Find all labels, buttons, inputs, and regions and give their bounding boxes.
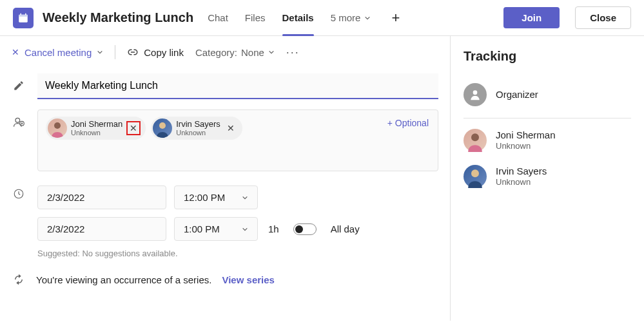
svg-rect-3 (25, 13, 26, 15)
remove-attendee-button[interactable]: ✕ (224, 122, 237, 135)
attendee-chip: Joni Sherman Unknown ✕ (46, 117, 146, 140)
all-day-toggle[interactable] (293, 223, 317, 235)
chevron-down-icon (364, 15, 371, 21)
cancel-meeting-label: Cancel meeting (24, 47, 92, 58)
tab-chat[interactable]: Chat (208, 8, 228, 27)
view-series-link[interactable]: View series (222, 274, 274, 285)
tracking-person-name: Irvin Sayers (496, 166, 547, 177)
svg-point-7 (159, 122, 166, 129)
remove-attendee-button[interactable]: ✕ (126, 121, 141, 135)
event-title-input[interactable] (37, 73, 438, 99)
category-value: None (241, 47, 264, 58)
chevron-down-icon (242, 226, 248, 232)
chevron-down-icon (97, 49, 103, 55)
copy-link-button[interactable]: Copy link (127, 47, 184, 58)
start-time-input[interactable]: 12:00 PM (174, 185, 258, 209)
series-notice-text: You're viewing an occurrence of a series… (36, 274, 211, 285)
tracking-organizer-row: Organizer (463, 77, 631, 118)
tracking-title: Tracking (463, 49, 631, 64)
cancel-meeting-button[interactable]: ✕ Cancel meeting (12, 47, 103, 58)
close-icon: ✕ (12, 47, 19, 57)
tab-details[interactable]: Details (282, 8, 314, 27)
tab-files[interactable]: Files (245, 8, 266, 27)
edit-icon (12, 73, 26, 91)
svg-rect-2 (21, 13, 22, 15)
category-label: Category: (195, 47, 237, 58)
tracking-person-row: Irvin Sayers Unknown (463, 158, 631, 194)
copy-link-label: Copy link (144, 47, 184, 58)
recurrence-icon (12, 274, 26, 285)
meeting-title: Weekly Marketing Lunch (43, 10, 193, 25)
tab-more[interactable]: 5 more (331, 8, 371, 27)
details-toolbar: ✕ Cancel meeting Copy link Category: Non… (0, 36, 450, 68)
tracking-role-label: Organizer (496, 89, 538, 100)
attendee-status: Unknown (176, 129, 220, 137)
chevron-down-icon (268, 49, 275, 55)
tracking-person-row: Joni Sherman Unknown (463, 122, 631, 158)
tracking-pane: Tracking Organizer Joni Sherman Unknown (451, 36, 644, 321)
attendee-chip: Irvin Sayers Unknown ✕ (151, 117, 242, 140)
divider (115, 45, 115, 59)
suggested-times-text: Suggested: No suggestions available. (37, 245, 438, 258)
category-selector[interactable]: Category: None (195, 47, 275, 58)
start-date-input[interactable]: 2/3/2022 (37, 185, 166, 209)
organizer-avatar-icon (463, 83, 487, 106)
attendees-field[interactable]: Joni Sherman Unknown ✕ Irvin Sayers Unkn… (37, 109, 438, 171)
attendee-name: Joni Sherman (71, 120, 122, 129)
svg-point-4 (15, 118, 20, 122)
end-date-input[interactable]: 2/3/2022 (37, 217, 166, 241)
avatar (463, 129, 487, 152)
people-add-icon (12, 109, 26, 129)
avatar (48, 118, 67, 138)
tab-strip: Chat Files Details 5 more + (208, 8, 400, 27)
svg-rect-1 (19, 14, 28, 16)
duration-label: 1h (268, 223, 279, 234)
join-button[interactable]: Join (503, 7, 560, 28)
clock-icon (12, 182, 26, 200)
start-time-value: 12:00 PM (184, 192, 225, 203)
svg-point-9 (473, 90, 478, 95)
add-tab-button[interactable]: + (391, 10, 400, 26)
avatar (153, 118, 172, 138)
window-header: Weekly Marketing Lunch Chat Files Detail… (0, 0, 644, 36)
avatar (463, 165, 487, 188)
close-button[interactable]: Close (575, 6, 631, 29)
end-time-input[interactable]: 1:00 PM (174, 217, 258, 241)
all-day-label: All day (331, 223, 360, 234)
tracking-person-status: Unknown (496, 141, 556, 151)
add-optional-button[interactable]: + Optional (387, 118, 429, 128)
more-actions-button[interactable]: ··· (286, 46, 300, 59)
svg-point-6 (54, 122, 61, 129)
attendee-name: Irvin Sayers (176, 120, 220, 129)
tab-more-label: 5 more (331, 12, 361, 23)
tracking-person-name: Joni Sherman (496, 129, 556, 141)
chevron-down-icon (242, 194, 248, 201)
svg-point-11 (471, 169, 479, 177)
tracking-person-status: Unknown (496, 177, 547, 187)
main-pane: ✕ Cancel meeting Copy link Category: Non… (0, 36, 451, 321)
calendar-app-icon (13, 8, 34, 28)
link-icon (127, 48, 139, 57)
end-time-value: 1:00 PM (184, 223, 220, 234)
svg-point-10 (471, 133, 479, 141)
attendee-status: Unknown (71, 129, 122, 137)
